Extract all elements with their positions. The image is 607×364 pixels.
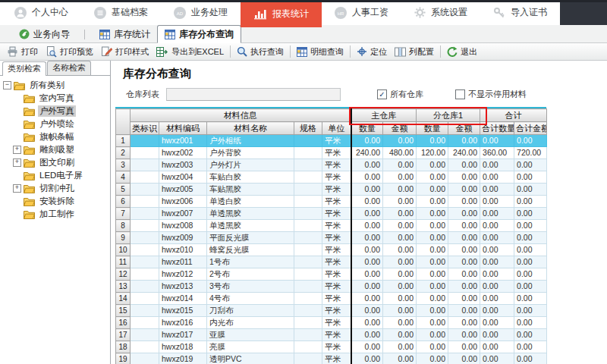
- cell-name[interactable]: 4号布: [207, 293, 294, 305]
- cell-total-amount[interactable]: 0.00: [514, 305, 547, 317]
- row-number[interactable]: 9: [116, 232, 131, 244]
- group-header-1[interactable]: 材料信息: [131, 109, 351, 122]
- cell-spec[interactable]: [294, 281, 322, 293]
- cell-sub1-qty[interactable]: 0.00: [417, 159, 448, 171]
- cell-name[interactable]: 1号布: [207, 256, 294, 268]
- cell-unit[interactable]: 平米: [322, 184, 351, 196]
- cell-sub1-qty[interactable]: 0.00: [417, 293, 448, 305]
- row-number[interactable]: 15: [116, 305, 131, 317]
- cell-main-qty[interactable]: 0.00: [351, 305, 383, 317]
- row-number[interactable]: 16: [116, 317, 131, 329]
- cell-main-qty[interactable]: 0.00: [351, 159, 383, 171]
- menu-item-business-process[interactable]: AD业务处理: [161, 0, 241, 25]
- cell-spec[interactable]: [294, 159, 322, 171]
- cell-main-qty[interactable]: 0.00: [351, 281, 383, 293]
- table-row[interactable]: 15hwxz015刀刮布平米0.000.000.000.000.000.00: [116, 305, 547, 317]
- row-number[interactable]: 6: [116, 196, 131, 208]
- cell-name[interactable]: 刀刮布: [207, 305, 294, 317]
- cell-spec[interactable]: [294, 220, 322, 232]
- cell-name[interactable]: 车贴白胶: [207, 171, 294, 184]
- tab-business-wizard[interactable]: 业务向导: [12, 26, 77, 42]
- cell-main-qty[interactable]: 0.00: [351, 256, 383, 268]
- cell-total-qty[interactable]: 0.00: [480, 256, 514, 268]
- toolbar-button-print-preview[interactable]: 打印预览: [42, 45, 97, 59]
- cell-flag[interactable]: [131, 232, 159, 244]
- tree-item-cutting-punching[interactable]: +切割冲孔: [2, 182, 109, 195]
- cell-unit[interactable]: 平米: [322, 329, 351, 341]
- row-number[interactable]: 4: [116, 171, 131, 184]
- table-row[interactable]: 3hwxz003户外灯片平米0.000.000.000.000.000.00: [116, 159, 547, 171]
- row-number[interactable]: 3: [116, 159, 131, 171]
- cell-total-qty[interactable]: 0.00: [480, 184, 514, 196]
- column-header-9[interactable]: 金额: [448, 122, 480, 135]
- cell-spec[interactable]: [294, 171, 322, 184]
- cell-main-qty[interactable]: 0.00: [351, 353, 383, 364]
- cell-flag[interactable]: [131, 220, 159, 232]
- cell-sub1-amount[interactable]: 0.00: [448, 171, 480, 184]
- cell-main-qty[interactable]: 0.00: [351, 208, 383, 220]
- cell-flag[interactable]: [131, 171, 159, 184]
- cell-code[interactable]: hwxz004: [159, 171, 207, 184]
- sidebar-tab-category-search[interactable]: 类别检索: [2, 61, 46, 76]
- all-warehouses-option[interactable]: ✓ 所有仓库: [377, 89, 423, 100]
- cell-flag[interactable]: [131, 305, 159, 317]
- cell-code[interactable]: hwxz008: [159, 220, 207, 232]
- column-header-3[interactable]: 材料名称: [207, 122, 294, 135]
- collapse-icon[interactable]: −: [3, 81, 11, 89]
- cell-sub1-amount[interactable]: 0.00: [448, 329, 480, 341]
- cell-unit[interactable]: 平米: [322, 353, 351, 364]
- group-header-4[interactable]: 合计: [480, 109, 547, 122]
- cell-main-qty[interactable]: 0.00: [351, 135, 383, 147]
- cell-flag[interactable]: [131, 341, 159, 353]
- menu-item-hr-payroll[interactable]: HR人事工资: [322, 0, 401, 25]
- cell-flag[interactable]: [131, 196, 159, 208]
- cell-main-amount[interactable]: 0.00: [383, 317, 417, 329]
- row-number[interactable]: 14: [116, 293, 131, 305]
- cell-sub1-amount[interactable]: 0.00: [448, 159, 480, 171]
- cell-sub1-qty[interactable]: 0.00: [417, 353, 448, 364]
- hide-disabled-option[interactable]: 不显示停用材料: [455, 89, 527, 100]
- cell-sub1-amount[interactable]: 0.00: [448, 208, 480, 220]
- cell-code[interactable]: hwxz014: [159, 293, 207, 305]
- cell-total-amount[interactable]: 0.00: [514, 281, 547, 293]
- cell-code[interactable]: hwxz015: [159, 305, 207, 317]
- cell-main-qty[interactable]: 0.00: [351, 293, 383, 305]
- cell-total-amount[interactable]: 0.00: [514, 329, 547, 341]
- cell-spec[interactable]: [294, 329, 322, 341]
- cell-main-amount[interactable]: 0.00: [383, 196, 417, 208]
- menu-item-user-center[interactable]: 个人中心: [2, 0, 81, 25]
- cell-name[interactable]: 平面反光膜: [207, 232, 294, 244]
- cell-name[interactable]: 车贴黑胶: [207, 184, 294, 196]
- cell-unit[interactable]: 平米: [322, 220, 351, 232]
- cell-main-qty[interactable]: 0.00: [351, 232, 383, 244]
- table-row[interactable]: 4hwxz004车贴白胶平米0.000.000.000.000.000.00: [116, 171, 547, 184]
- table-row[interactable]: 10hwxz010蜂窝反光膜平米0.000.000.000.000.000.00: [116, 244, 547, 256]
- cell-sub1-qty[interactable]: 0.00: [417, 305, 448, 317]
- cell-total-amount[interactable]: 0.00: [514, 232, 547, 244]
- tree-item-indoor-photo[interactable]: 室内写真: [2, 92, 109, 105]
- cell-main-qty[interactable]: 240.00: [351, 147, 383, 159]
- table-row[interactable]: 2hwxz002户外背胶平米240.00480.00120.00240.0036…: [116, 147, 547, 159]
- row-number[interactable]: 17: [116, 329, 131, 341]
- table-row[interactable]: 7hwxz007单透黑胶平米0.000.000.000.000.000.00: [116, 208, 547, 220]
- cell-sub1-amount[interactable]: 0.00: [448, 305, 480, 317]
- cell-sub1-amount[interactable]: 0.00: [448, 256, 480, 268]
- cell-total-amount[interactable]: 0.00: [514, 317, 547, 329]
- cell-main-amount[interactable]: 0.00: [383, 184, 417, 196]
- warehouse-list-input[interactable]: [166, 88, 341, 101]
- cell-spec[interactable]: [294, 208, 322, 220]
- cell-code[interactable]: hwxz002: [159, 147, 207, 159]
- cell-sub1-amount[interactable]: 0.00: [448, 232, 480, 244]
- cell-unit[interactable]: 平米: [322, 305, 351, 317]
- cell-main-amount[interactable]: 0.00: [383, 305, 417, 317]
- table-row[interactable]: 19hwxz019透明PVC平米0.000.000.000.000.000.00: [116, 353, 547, 364]
- toolbar-button-column-config[interactable]: 列配置: [391, 45, 438, 59]
- cell-sub1-qty[interactable]: 0.00: [417, 135, 448, 147]
- cell-code[interactable]: hwxz013: [159, 281, 207, 293]
- cell-unit[interactable]: 平米: [322, 171, 351, 184]
- cell-code[interactable]: hwxz009: [159, 232, 207, 244]
- cell-sub1-qty[interactable]: 0.00: [417, 341, 448, 353]
- cell-total-amount[interactable]: 0.00: [514, 184, 547, 196]
- row-number[interactable]: 2: [116, 147, 131, 159]
- cell-main-amount[interactable]: 0.00: [383, 353, 417, 364]
